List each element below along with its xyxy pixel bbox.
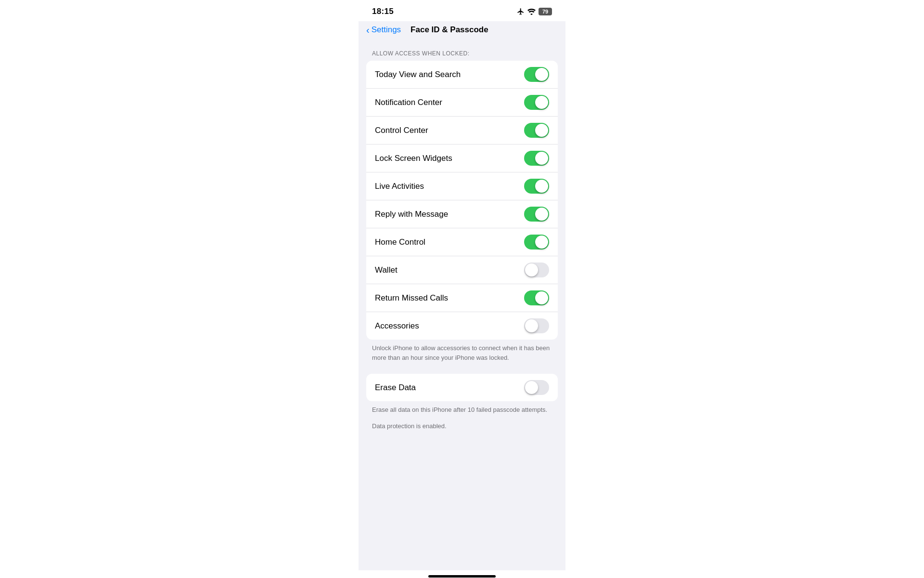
reply-with-message-row: Reply with Message (366, 200, 558, 228)
home-control-toggle[interactable] (524, 235, 549, 250)
home-control-row: Home Control (366, 228, 558, 256)
lock-screen-widgets-row: Lock Screen Widgets (366, 144, 558, 172)
today-view-knob (535, 68, 548, 81)
return-missed-calls-knob (535, 291, 548, 304)
reply-with-message-toggle[interactable] (524, 207, 549, 222)
return-missed-calls-row: Return Missed Calls (366, 284, 558, 312)
erase-data-group: Erase Data (366, 374, 558, 401)
notification-center-knob (535, 96, 548, 109)
back-button[interactable]: ‹ Settings (366, 25, 401, 35)
wallet-row: Wallet (366, 256, 558, 284)
accessories-toggle[interactable] (524, 318, 549, 333)
erase-data-row: Erase Data (366, 374, 558, 401)
accessories-knob (525, 319, 538, 332)
section-label: Allow Access When Locked: (359, 40, 565, 61)
reply-with-message-knob (535, 208, 548, 221)
status-bar: 18:15 79 (359, 0, 565, 21)
today-view-toggle[interactable] (524, 67, 549, 82)
erase-data-note: Erase all data on this iPhone after 10 f… (359, 401, 565, 417)
airplane-icon (517, 8, 525, 15)
home-control-knob (535, 236, 548, 249)
wallet-label: Wallet (375, 265, 398, 275)
control-center-knob (535, 124, 548, 137)
live-activities-label: Live Activities (375, 182, 424, 191)
lock-screen-widgets-knob (535, 152, 548, 165)
access-when-locked-group: Today View and Search Notification Cente… (366, 61, 558, 340)
control-center-label: Control Center (375, 126, 428, 135)
back-label: Settings (372, 25, 401, 35)
lock-screen-widgets-label: Lock Screen Widgets (375, 154, 452, 163)
wifi-icon (527, 8, 536, 15)
home-control-label: Home Control (375, 237, 425, 247)
erase-data-knob (525, 381, 538, 394)
data-protection-text: Data protection is enabled. (359, 417, 565, 441)
today-view-label: Today View and Search (375, 70, 461, 79)
notification-center-toggle[interactable] (524, 95, 549, 110)
live-activities-toggle[interactable] (524, 179, 549, 194)
live-activities-knob (535, 180, 548, 193)
accessories-note: Unlock iPhone to allow accessories to co… (359, 340, 565, 364)
return-missed-calls-label: Return Missed Calls (375, 293, 448, 303)
content-area: Allow Access When Locked: Today View and… (359, 40, 565, 570)
wallet-knob (525, 263, 538, 276)
notification-center-label: Notification Center (375, 98, 442, 107)
phone-frame: 18:15 79 ‹ Settings Face ID & Passcode A… (359, 0, 565, 578)
page-title: Face ID & Passcode (411, 25, 488, 35)
today-view-row: Today View and Search (366, 61, 558, 89)
accessories-row: Accessories (366, 312, 558, 340)
battery-icon: 79 (539, 8, 552, 15)
home-indicator (428, 575, 496, 578)
status-icons: 79 (517, 8, 552, 15)
lock-screen-widgets-toggle[interactable] (524, 151, 549, 166)
status-time: 18:15 (372, 7, 394, 16)
wallet-toggle[interactable] (524, 263, 549, 277)
accessories-label: Accessories (375, 321, 419, 331)
reply-with-message-label: Reply with Message (375, 210, 448, 219)
live-activities-row: Live Activities (366, 172, 558, 200)
control-center-toggle[interactable] (524, 123, 549, 138)
erase-data-toggle[interactable] (524, 380, 549, 395)
control-center-row: Control Center (366, 117, 558, 144)
erase-data-label: Erase Data (375, 383, 416, 393)
return-missed-calls-toggle[interactable] (524, 290, 549, 305)
notification-center-row: Notification Center (366, 89, 558, 117)
nav-bar: ‹ Settings Face ID & Passcode (359, 21, 565, 40)
back-chevron-icon: ‹ (366, 25, 370, 35)
